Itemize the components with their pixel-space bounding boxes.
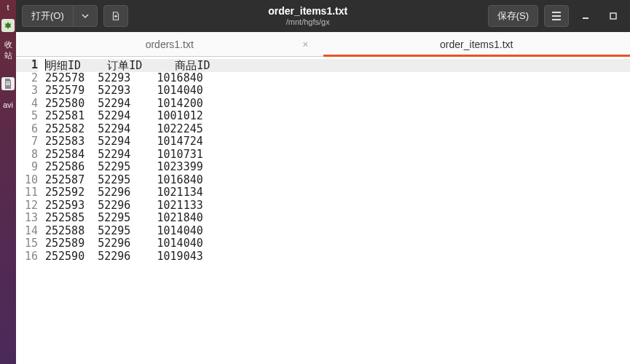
- text-content[interactable]: 明细ID 订单ID 商品ID252578 52293 1016840252579…: [42, 57, 630, 364]
- chevron-down-icon: [82, 12, 89, 20]
- data-row: 252580 52294 1014200: [45, 98, 630, 111]
- tab-orders1-txt[interactable]: orders1.txt×: [16, 32, 323, 56]
- data-row: 252584 52294 1010731: [45, 149, 630, 162]
- maximize-button[interactable]: [602, 5, 624, 27]
- line-number: 2: [16, 72, 38, 85]
- data-row: 252588 52295 1014040: [45, 225, 630, 238]
- gedit-window: 打开(O) order_items1.txt /mnt/hgfs/gx 保存(S…: [16, 0, 630, 364]
- line-number: 11: [16, 186, 38, 199]
- menu-button[interactable]: [544, 5, 569, 27]
- line-number: 12: [16, 199, 38, 213]
- line-number: 8: [16, 149, 38, 162]
- open-dropdown-button[interactable]: [73, 5, 98, 27]
- line-number: 13: [16, 212, 38, 225]
- data-row: 252589 52296 1014040: [45, 237, 630, 250]
- data-row: 252578 52293 1016840: [45, 72, 630, 85]
- tab-label: orders1.txt: [146, 39, 194, 50]
- data-row: 252582 52294 1022245: [45, 123, 630, 136]
- data-row: 252592 52296 1021134: [45, 186, 630, 199]
- open-button[interactable]: 打开(O): [22, 5, 73, 27]
- data-row: 252593 52296 1021133: [45, 199, 630, 213]
- line-number: 10: [16, 174, 38, 187]
- data-row: 252587 52295 1016840: [45, 174, 630, 187]
- svg-rect-0: [610, 13, 616, 19]
- line-number-gutter: 12345678910111213141516: [16, 57, 42, 364]
- window-title: order_items1.txt: [134, 6, 482, 17]
- desktop-fragment-top: t: [0, 0, 16, 15]
- new-document-icon: [111, 11, 121, 21]
- hamburger-icon: [551, 12, 562, 20]
- minimize-icon: [581, 12, 590, 20]
- line-number: 6: [16, 123, 38, 136]
- open-button-group: 打开(O): [22, 5, 98, 27]
- new-tab-button[interactable]: [103, 5, 128, 27]
- close-icon[interactable]: ×: [302, 39, 308, 50]
- tab-order_items1-txt[interactable]: order_items1.txt: [323, 32, 631, 56]
- data-row: 252586 52295 1023399: [45, 161, 630, 174]
- editor-area[interactable]: 12345678910111213141516 明细ID 订单ID 商品ID25…: [16, 57, 630, 364]
- titlebar: 打开(O) order_items1.txt /mnt/hgfs/gx 保存(S…: [16, 0, 630, 32]
- line-number: 16: [16, 250, 38, 264]
- file-icon[interactable]: [1, 77, 15, 90]
- data-row: 252579 52293 1014040: [45, 84, 630, 98]
- window-subtitle: /mnt/hgfs/gx: [134, 17, 482, 26]
- line-number: 7: [16, 135, 38, 149]
- data-row: 252583 52294 1014724: [45, 135, 630, 149]
- header-row: 明细ID 订单ID 商品ID: [45, 59, 630, 72]
- line-number: 4: [16, 98, 38, 111]
- line-number: 5: [16, 110, 38, 123]
- navicat-label: avi: [0, 98, 16, 112]
- line-number: 15: [16, 237, 38, 250]
- line-number: 1: [16, 59, 38, 72]
- tab-label: order_items1.txt: [440, 39, 513, 50]
- line-number: 9: [16, 161, 38, 174]
- line-number: 14: [16, 225, 38, 238]
- save-button[interactable]: 保存(S): [488, 5, 538, 27]
- desktop-left-strip: t 收站 avi: [0, 0, 16, 364]
- title-area: order_items1.txt /mnt/hgfs/gx: [134, 6, 482, 25]
- recycle-bin-icon[interactable]: [1, 19, 15, 32]
- recycle-bin-label: 收站: [0, 36, 16, 64]
- minimize-button[interactable]: [575, 5, 596, 27]
- tab-bar: orders1.txt×order_items1.txt: [16, 32, 630, 57]
- data-row: 252590 52296 1019043: [45, 250, 630, 264]
- maximize-icon: [609, 12, 618, 20]
- data-row: 252581 52294 1001012: [45, 110, 630, 123]
- data-row: 252585 52295 1021840: [45, 212, 630, 225]
- line-number: 3: [16, 84, 38, 98]
